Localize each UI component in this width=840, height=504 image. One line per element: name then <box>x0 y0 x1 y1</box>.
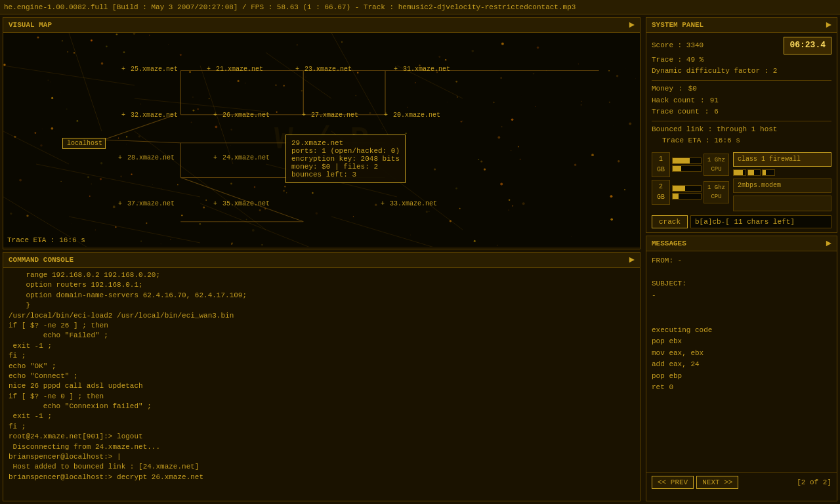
node-32[interactable]: 32.xmaze.net <box>121 112 178 119</box>
money-row: Money : $0 <box>652 83 831 95</box>
system-panel-icon: ► <box>826 20 831 30</box>
console-content[interactable]: range 192.168.0.2 192.168.0.20; option r… <box>3 268 640 499</box>
sys-timer: 06:23.4 <box>784 37 831 54</box>
node-33-label: 33.xmaze.net <box>390 200 437 207</box>
node-31[interactable]: 31.xmaze.net <box>394 66 450 73</box>
messages-header: MESSAGES ► <box>646 236 837 251</box>
node-32-label: 32.xmaze.net <box>131 112 178 119</box>
map-trace-eta: Trace ETA : 16:6 s <box>7 236 85 244</box>
console-line: exit -1 ; <box>9 341 635 351</box>
node-31-label: 31.xmaze.net <box>403 66 450 73</box>
node-25[interactable]: 25.xmaze.net <box>121 66 178 73</box>
trace-count-value: 6 <box>714 106 719 118</box>
trace-label: Trace : 49 % <box>652 54 831 66</box>
ddf-label: Dynamic difficulty factor : 2 <box>652 66 831 77</box>
node-26[interactable]: 26.xmaze.net <box>213 112 270 119</box>
prev-button[interactable]: << PREV <box>652 476 694 489</box>
tooltip-node: 29.xmaze.net <box>291 139 400 147</box>
crack-row: crack <box>652 215 831 228</box>
tooltip-bounces: bounces left: 3 <box>291 171 400 178</box>
title-text: he.engine-1.00.0082.full [Build : May 3 … <box>4 3 576 11</box>
hw-right: class 1 firewall 2mbps.modem <box>733 152 831 211</box>
console-line: echo "Connect" ; <box>9 371 635 381</box>
messages-icon: ► <box>826 238 831 249</box>
console-title: COMMAND CONSOLE <box>9 256 74 264</box>
node-localhost[interactable]: localhost <box>62 138 106 149</box>
map-content[interactable]: 25.xmaze.net 21.xmaze.net 23.xmaze.net 3… <box>3 33 640 247</box>
console-line: } <box>9 301 635 310</box>
money-label: Money <box>652 83 673 95</box>
hardware-section: 1GB 1 GhzCPU 2GB <box>652 152 831 211</box>
hw-ram2-bars <box>672 185 702 200</box>
messages-title: MESSAGES <box>652 240 686 247</box>
svg-line-1 <box>103 140 180 143</box>
hw-modem-display <box>733 196 831 211</box>
console-line: if [ $? -ne 0 ] ; then <box>9 392 635 402</box>
code-line: add eax, 24 <box>652 359 831 371</box>
hw-ram2-group: 2GB <box>652 180 670 205</box>
hw-left: 1GB 1 GhzCPU 2GB <box>652 152 729 211</box>
hw-firewall-bars <box>733 169 831 176</box>
console-line: /usr/local/bin/eci-load2 /usr/local/bin/… <box>9 311 635 321</box>
console-line: exit -1 ; <box>9 411 635 421</box>
node-33[interactable]: 33.xmaze.net <box>381 200 437 207</box>
messages-panel: MESSAGES ► FROM: - SUBJECT: - executing … <box>646 236 837 501</box>
console-line: if [ $? -ne 26 ] ; then <box>9 321 635 331</box>
hw-bar-4 <box>672 193 702 200</box>
hack-count-row: Hack count : 91 <box>652 95 831 107</box>
console-line: echo "OK" ; <box>9 362 635 371</box>
visual-map-icon: ► <box>629 20 635 30</box>
node-37[interactable]: 37.xmaze.net <box>118 200 175 207</box>
sys-content: Score : 3340 06:23.4 Trace : 49 % Dynami… <box>646 33 837 232</box>
code-line: pop ebp <box>652 371 831 383</box>
tooltip-encryption: encryption key: 2048 bits <box>291 155 400 163</box>
console-line: option routers 192.168.0.1; <box>9 280 635 290</box>
crack-input[interactable] <box>690 215 831 228</box>
hw-fw-bar1 <box>733 169 746 176</box>
msg-content: FROM: - SUBJECT: - executing code pop eb… <box>646 251 837 472</box>
hw-bar-3 <box>672 185 702 192</box>
node-24[interactable]: 24.xmaze.net <box>213 154 270 161</box>
code-line: pop ebx <box>652 336 831 348</box>
hack-count-label: Hack count <box>652 95 695 107</box>
node-28[interactable]: 28.xmaze.net <box>118 154 175 161</box>
system-panel-header: SYSTEM PANEL ► <box>646 18 837 33</box>
node-25-label: 25.xmaze.net <box>131 66 178 73</box>
console-line: range 192.168.0.2 192.168.0.20; <box>9 270 635 280</box>
console-line: root@24.xmaze.net[901]:> logout <box>9 432 635 442</box>
node-27[interactable]: 27.xmaze.net <box>302 112 358 119</box>
console-line: echo "Connexion failed" ; <box>9 402 635 411</box>
console-line: fi ; <box>9 351 635 361</box>
hw-ram1-bars <box>672 158 702 172</box>
trace-count-label: Trace count <box>652 106 700 118</box>
node-37-label: 37.xmaze.net <box>127 200 175 207</box>
console-line: echo "Failed" ; <box>9 331 635 341</box>
crack-button[interactable]: crack <box>652 215 688 228</box>
console-line: nice 26 pppd call adsl updetach <box>9 381 635 391</box>
hw-cpu1: 1 GhzCPU <box>704 154 729 177</box>
money-colon: : <box>679 83 683 95</box>
node-23[interactable]: 23.xmaze.net <box>295 66 352 73</box>
node-localhost-label: localhost <box>67 140 102 147</box>
next-button[interactable]: NEXT >> <box>696 476 738 489</box>
node-35[interactable]: 35.xmaze.net <box>213 200 270 207</box>
code-line: ret 0 <box>652 382 831 394</box>
code-line: mov eax, ebx <box>652 348 831 360</box>
system-panel-title: SYSTEM PANEL <box>652 21 704 29</box>
msg-code-lines: pop ebxmov eax, ebxadd eax, 24pop ebpret… <box>652 336 831 394</box>
visual-map-title: VISUAL MAP <box>9 21 52 29</box>
sys-trace-eta: Trace ETA : 16:6 s <box>652 135 831 147</box>
score-label: Score : 3340 <box>652 40 704 52</box>
score-row: Score : 3340 06:23.4 <box>652 37 831 54</box>
node-21[interactable]: 21.xmaze.net <box>207 66 263 73</box>
money-value: $0 <box>688 83 697 95</box>
visual-map-panel: VISUAL MAP ► <box>3 17 640 249</box>
node-tooltip: 29.xmaze.net ports: 1 (open/hacked: 0) e… <box>285 135 406 183</box>
hw-cpu2: 1 GhzCPU <box>704 181 729 204</box>
node-20[interactable]: 20.xmaze.net <box>384 112 440 119</box>
hw-ram2: 2GB <box>652 180 670 205</box>
node-20-label: 20.xmaze.net <box>393 112 440 119</box>
msg-from: FROM: - <box>652 255 831 267</box>
hw-firewall: class 1 firewall <box>733 152 831 167</box>
system-panel: SYSTEM PANEL ► Score : 3340 06:23.4 Trac… <box>646 17 837 233</box>
